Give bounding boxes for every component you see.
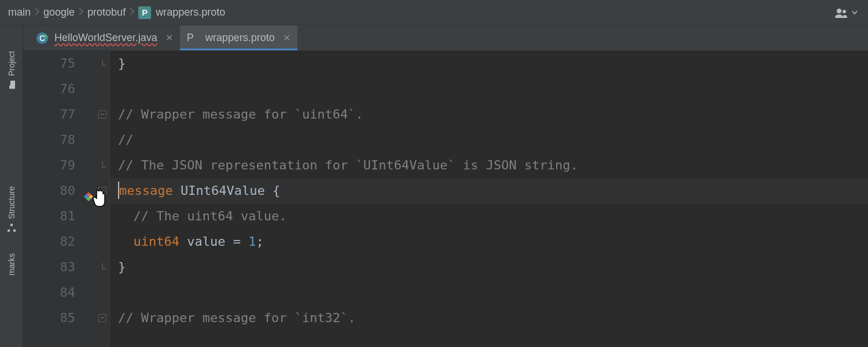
users-icon (834, 8, 849, 18)
code-line[interactable] (118, 280, 868, 305)
line-number[interactable]: 77 (23, 102, 75, 127)
svg-rect-2 (8, 229, 10, 231)
close-icon[interactable]: ✕ (283, 32, 290, 43)
breadcrumb-separator (129, 6, 135, 19)
tab-label: HelloWorldServer.java (54, 32, 157, 44)
svg-point-0 (837, 9, 841, 13)
proto-file-icon: P (187, 32, 200, 45)
code-line[interactable]: // Wrapper message for `uint64`. (118, 102, 868, 127)
fold-column[interactable]: −−− (97, 51, 110, 347)
line-number[interactable]: 75 (23, 51, 75, 76)
breadcrumb[interactable]: main google protobuf P wrappers.proto (8, 6, 225, 19)
line-number[interactable]: 84 (23, 280, 75, 305)
code-editor[interactable]: 7576777879808182838485 −−− }// Wrapper m… (23, 51, 868, 347)
line-number[interactable]: 79 (23, 153, 75, 178)
line-number[interactable]: 82 (23, 229, 75, 254)
navigation-bar: main google protobuf P wrappers.proto (0, 0, 868, 25)
breadcrumb-part[interactable]: protobuf (87, 6, 126, 19)
fold-end-marker (98, 263, 106, 271)
editor-tabs: C HelloWorldServer.java ✕ P wrappers.pro… (23, 25, 868, 51)
breadcrumb-separator (78, 6, 84, 19)
structure-icon (8, 223, 16, 232)
line-number[interactable]: 85 (23, 305, 75, 331)
structure-tool-window-button[interactable]: Structure (7, 178, 16, 240)
java-class-icon: C (36, 32, 49, 45)
code-line[interactable] (118, 76, 868, 102)
breadcrumb-part[interactable]: google (43, 6, 75, 19)
line-number[interactable]: 83 (23, 254, 75, 280)
tab-label: wrappers.proto (205, 32, 275, 44)
close-icon[interactable]: ✕ (165, 32, 173, 43)
bookmarks-tool-window-button[interactable]: marks (7, 245, 16, 283)
proto-file-icon: P (138, 6, 151, 19)
tool-tab-label: Project (7, 51, 16, 76)
breadcrumb-file[interactable]: wrappers.proto (156, 6, 225, 19)
gutter-icon-column[interactable] (81, 51, 97, 347)
code-line[interactable]: // Wrapper message for `int32`. (118, 305, 868, 331)
code-line[interactable]: } (118, 51, 868, 76)
line-number[interactable]: 81 (23, 204, 75, 229)
svg-rect-4 (10, 223, 13, 226)
line-number[interactable]: 80 (23, 178, 75, 204)
svg-point-1 (843, 10, 846, 13)
svg-text:C: C (39, 34, 45, 43)
chevron-down-icon (852, 10, 858, 15)
code-line[interactable]: // (118, 127, 868, 153)
code-line[interactable]: // The uint64 value. (118, 204, 868, 229)
line-number-gutter[interactable]: 7576777879808182838485 (23, 51, 81, 347)
code-line[interactable]: // The JSON representation for `UInt64Va… (118, 153, 868, 178)
fold-toggle[interactable]: − (98, 314, 106, 322)
code-with-me-button[interactable] (834, 8, 860, 18)
code-line[interactable]: message UInt64Value { (110, 178, 868, 204)
line-number[interactable]: 76 (23, 76, 75, 102)
fold-end-marker (98, 60, 106, 68)
tool-tab-label: Structure (7, 186, 16, 219)
tool-tab-label: marks (7, 253, 16, 275)
related-symbol-gutter-icon[interactable] (83, 185, 94, 211)
code-line[interactable]: } (118, 254, 868, 280)
svg-rect-3 (13, 229, 16, 231)
fold-toggle[interactable]: − (98, 187, 106, 195)
editor-tab[interactable]: P wrappers.proto ✕ (180, 25, 297, 50)
editor-tab[interactable]: C HelloWorldServer.java ✕ (29, 25, 180, 50)
code-line[interactable]: uint64 value = 1; (118, 229, 868, 254)
project-tool-window-button[interactable]: Project (7, 43, 16, 97)
breadcrumb-separator (34, 6, 40, 19)
line-number[interactable]: 78 (23, 127, 75, 153)
breadcrumb-part[interactable]: main (8, 6, 31, 19)
fold-end-marker (98, 161, 106, 169)
tool-window-stripe: Project Structure marks (0, 25, 23, 347)
code-content[interactable]: }// Wrapper message for `uint64`.//// Th… (110, 51, 868, 347)
folder-icon (8, 80, 16, 90)
fold-toggle[interactable]: − (98, 110, 106, 119)
